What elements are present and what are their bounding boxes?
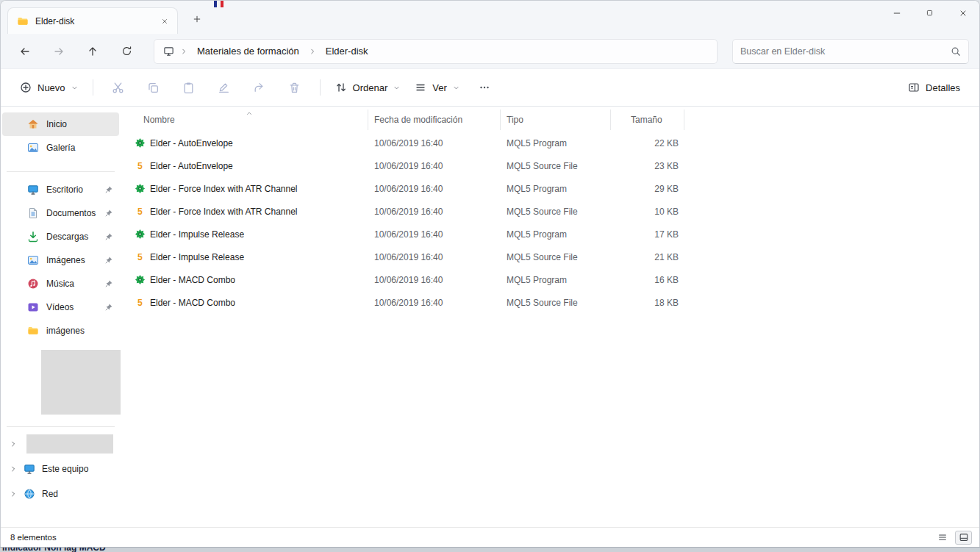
thumbnail-view-button[interactable] (955, 531, 972, 545)
tab-elder-disk[interactable]: Elder-disk (7, 7, 178, 34)
file-row[interactable]: Elder - AutoEnvelope 10/06/2019 16:40 MQ… (131, 132, 979, 154)
toolbar-separator (93, 79, 93, 96)
sidebar-item-icon (27, 325, 39, 337)
details-button-label: Detalles (926, 82, 960, 93)
chevron-right-icon (10, 465, 17, 473)
delete-button[interactable] (280, 75, 310, 100)
rename-icon (218, 82, 230, 94)
search-input[interactable] (740, 46, 951, 57)
sort-button[interactable]: Ordenar (328, 75, 408, 100)
copy-button[interactable] (139, 75, 168, 100)
details-panel-icon (908, 82, 920, 93)
sort-button-label: Ordenar (353, 82, 388, 93)
share-button[interactable] (245, 75, 274, 100)
column-header-tipo[interactable]: Tipo (501, 110, 611, 130)
sidebar-item-label: Música (46, 279, 97, 289)
file-row[interactable]: Elder - MACD Combo 10/06/2019 16:40 MQL5… (131, 291, 979, 314)
breadcrumb-materiales-de-formacion[interactable]: Materiales de formación (193, 43, 303, 59)
column-header-tamano[interactable]: Tamaño (611, 110, 684, 130)
file-date-modified: 10/06/2019 16:40 (368, 252, 501, 262)
chevron-down-icon (71, 85, 78, 91)
sidebar-quick-section: Inicio Galería (1, 112, 121, 159)
details-pane-button[interactable]: Detalles (901, 75, 968, 100)
address-bar[interactable]: Materiales de formación Elder-disk (154, 39, 718, 64)
scissors-icon (112, 82, 124, 94)
sidebar-item-icon (27, 278, 39, 290)
sidebar-item[interactable]: Música (2, 272, 119, 295)
sidebar-item[interactable]: Descargas (2, 225, 119, 248)
view-toggle-group (934, 531, 972, 545)
rename-button[interactable] (210, 75, 239, 100)
new-tab-button[interactable] (190, 12, 204, 26)
file-type-icon (135, 274, 146, 285)
cut-button[interactable] (104, 75, 133, 100)
column-header-fecha[interactable]: Fecha de modificación (368, 110, 501, 130)
sidebar-item[interactable]: Galería (2, 136, 119, 159)
sidebar-item[interactable]: imágenes (2, 319, 119, 343)
file-name: Elder - AutoEnvelope (150, 161, 233, 171)
sidebar-item-label: imágenes (46, 326, 97, 336)
chevron-down-icon (393, 85, 400, 91)
copy-icon (147, 82, 160, 94)
redacted-tree-item[interactable] (2, 433, 119, 455)
file-size: 16 KB (611, 275, 684, 285)
pin-icon (104, 185, 113, 194)
chevron-right-icon (10, 490, 17, 498)
column-header-nombre[interactable]: Nombre (131, 110, 368, 130)
file-size: 22 KB (611, 138, 684, 148)
refresh-button[interactable] (112, 39, 140, 64)
file-row[interactable]: Elder - MACD Combo 10/06/2019 16:40 MQL5… (131, 268, 979, 291)
list-view-icon (937, 532, 948, 542)
back-button[interactable] (11, 39, 39, 64)
file-date-modified: 10/06/2019 16:40 (368, 298, 501, 308)
sidebar-item-icon (27, 118, 39, 130)
file-row[interactable]: Elder - Force Index with ATR Channel 10/… (131, 200, 979, 223)
sidebar-tree-item[interactable]: Red (2, 483, 119, 505)
file-row[interactable]: Elder - AutoEnvelope 10/06/2019 16:40 MQ… (131, 154, 979, 177)
file-type-icon (135, 160, 146, 171)
sidebar-separator (7, 171, 115, 172)
file-row[interactable]: Elder - Impulse Release 10/06/2019 16:40… (131, 245, 979, 268)
sidebar-item[interactable]: Inicio (2, 112, 119, 136)
sidebar-tree-item[interactable]: Este equipo (2, 458, 119, 480)
sidebar-item[interactable]: Imágenes (2, 248, 119, 272)
view-button[interactable]: Ver (407, 75, 467, 100)
maximize-button[interactable] (913, 1, 946, 25)
sidebar-item[interactable]: Vídeos (2, 295, 119, 319)
pin-icon (104, 232, 113, 241)
search-box (732, 39, 969, 64)
folder-icon (17, 15, 29, 27)
tab-close-button[interactable] (158, 15, 171, 28)
forward-button[interactable] (45, 39, 73, 64)
up-button[interactable] (79, 39, 107, 64)
file-name: Elder - MACD Combo (150, 275, 235, 285)
file-type-icon (135, 229, 146, 240)
file-size: 10 KB (611, 207, 684, 217)
breadcrumb-elder-disk[interactable]: Elder-disk (322, 43, 372, 59)
file-row[interactable]: Elder - Force Index with ATR Channel 10/… (131, 177, 979, 200)
paste-button[interactable] (174, 75, 204, 100)
column-header-label: Tamaño (631, 115, 662, 125)
file-size: 18 KB (611, 298, 684, 308)
file-date-modified: 10/06/2019 16:40 (368, 138, 501, 148)
file-name: Elder - AutoEnvelope (150, 138, 233, 148)
close-button[interactable] (946, 1, 979, 25)
sidebar-item-label: Documentos (46, 208, 97, 218)
thumbnail-view-icon (959, 532, 969, 542)
item-count: 8 elementos (10, 533, 57, 542)
file-row[interactable]: Elder - Impulse Release 10/06/2019 16:40… (131, 223, 979, 245)
sidebar-item[interactable]: Escritorio (2, 178, 119, 201)
sidebar-item[interactable]: Documentos (2, 201, 119, 225)
background-window-strip: Indicador Non lag MACD (0, 547, 980, 552)
file-name: Elder - Impulse Release (150, 252, 244, 262)
new-button[interactable]: Nuevo (12, 75, 85, 100)
file-size: 29 KB (611, 184, 684, 194)
minimize-button[interactable] (880, 1, 913, 25)
details-view-button[interactable] (934, 531, 951, 545)
column-header-label: Nombre (143, 115, 175, 125)
more-options-button[interactable] (470, 75, 499, 100)
file-date-modified: 10/06/2019 16:40 (368, 161, 501, 171)
file-name: Elder - MACD Combo (150, 298, 235, 308)
file-date-modified: 10/06/2019 16:40 (368, 207, 501, 217)
background-flag-icon (214, 1, 223, 7)
